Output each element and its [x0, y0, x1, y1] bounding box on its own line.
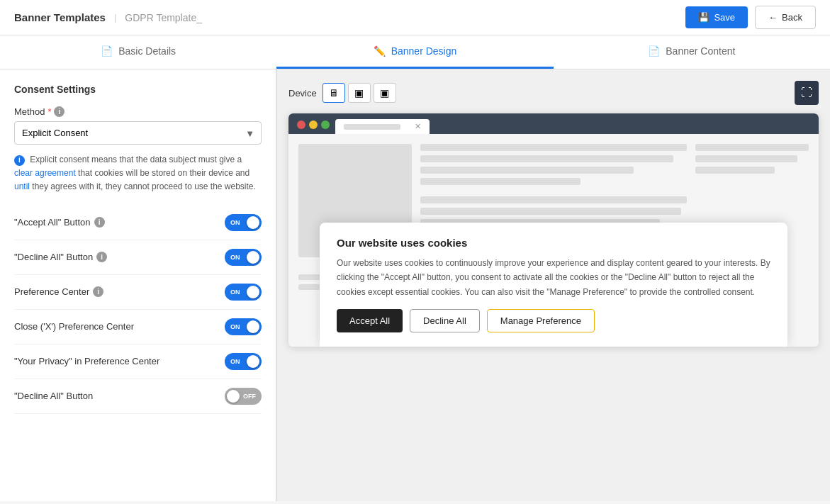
method-select[interactable]: Explicit Consent Implied Consent No Cons… — [14, 121, 262, 145]
toggle-decline-all-top[interactable]: ON — [225, 249, 262, 266]
toggle-label-close-x: Close ('X') Preference Center — [14, 321, 134, 332]
toggle-label-your-privacy: "Your Privacy" in Preference Center — [14, 356, 159, 366]
info-blue-icon: i — [14, 155, 25, 166]
fullscreen-button[interactable]: ⛶ — [795, 81, 819, 105]
tab-banner-design[interactable]: ✏️ Banner Design — [276, 35, 553, 69]
device-tablet-btn[interactable]: ▣ — [348, 83, 371, 103]
decline-all-top-info-icon[interactable]: i — [96, 252, 107, 262]
skel-line-4 — [420, 178, 581, 185]
save-button[interactable]: 💾 Save — [685, 6, 748, 28]
app-title: Banner Templates — [14, 11, 106, 23]
fullscreen-icon: ⛶ — [801, 86, 812, 99]
toggle-label-decline-all-top: "Decline All" Button i — [14, 252, 107, 262]
manage-preference-button[interactable]: Manage Preference — [487, 309, 595, 332]
cookie-banner-title: Our website uses cookies — [337, 237, 770, 249]
toggle-preference-center[interactable]: ON — [225, 284, 262, 301]
device-icons: 🖥 ▣ ▣ — [323, 83, 396, 103]
toggle-accept-all[interactable]: ON — [225, 214, 262, 231]
browser-tab: ✕ — [335, 119, 430, 134]
toggle-label-preference-center: Preference Center i — [14, 286, 103, 297]
method-info-icon[interactable]: i — [54, 106, 65, 117]
toggle-row-your-privacy: "Your Privacy" in Preference Center ON — [14, 345, 262, 379]
browser-dots — [297, 121, 330, 129]
banner-design-icon: ✏️ — [374, 45, 386, 57]
cookie-banner: Our website uses cookies Our website use… — [320, 223, 787, 347]
toggle-label-accept-all: "Accept All" Button i — [14, 217, 105, 228]
back-button[interactable]: ← Back — [755, 6, 816, 29]
device-label: Device — [288, 88, 317, 99]
tab-banner-content[interactable]: 📄 Banner Content — [554, 35, 830, 69]
banner-content-icon: 📄 — [648, 45, 660, 57]
method-label: Method * i — [14, 106, 262, 117]
save-icon: 💾 — [698, 12, 710, 23]
tab-title-skel — [344, 124, 400, 130]
toggle-decline-all-bottom[interactable]: OFF — [225, 388, 262, 405]
left-panel: Consent Settings Method * i Explicit Con… — [0, 69, 276, 501]
decline-all-button[interactable]: Decline All — [410, 309, 480, 332]
skel-line-2 — [420, 155, 673, 162]
browser-mockup: ✕ — [288, 113, 819, 347]
toggle-your-privacy[interactable]: ON — [225, 353, 262, 370]
dot-red — [297, 121, 305, 129]
browser-chrome: ✕ — [288, 113, 819, 134]
dot-green — [321, 121, 330, 129]
required-marker: * — [47, 106, 51, 117]
device-bar: Device 🖥 ▣ ▣ ⛶ — [288, 81, 819, 105]
dot-yellow — [309, 121, 318, 129]
consent-info-box: i Explicit consent means that the data s… — [14, 153, 262, 194]
basic-details-icon: 📄 — [101, 45, 113, 57]
accept-all-button[interactable]: Accept All — [337, 309, 403, 332]
template-name: GDPR Template_ — [125, 12, 202, 23]
toggle-label-decline-all-bottom: "Decline All" Button — [14, 391, 93, 401]
cookie-banner-body: Our website uses cookies to continuously… — [337, 256, 770, 299]
toggle-row-decline-all-top: "Decline All" Button i ON — [14, 240, 262, 275]
tab-basic-details[interactable]: 📄 Basic Details — [0, 35, 276, 69]
header: Banner Templates | GDPR Template_ 💾 Save… — [0, 0, 830, 35]
toggle-row-preference-center: Preference Center i ON — [14, 275, 262, 310]
header-left: Banner Templates | GDPR Template_ — [14, 11, 202, 23]
main-content: Consent Settings Method * i Explicit Con… — [0, 69, 830, 501]
cookie-banner-buttons: Accept All Decline All Manage Preference — [337, 309, 770, 332]
back-icon: ← — [768, 12, 778, 23]
tab-close-icon[interactable]: ✕ — [415, 122, 421, 131]
toggle-row-close-x: Close ('X') Preference Center ON — [14, 310, 262, 345]
accept-all-info-icon[interactable]: i — [94, 217, 105, 228]
consent-settings-title: Consent Settings — [14, 84, 262, 95]
toggle-close-x[interactable]: ON — [225, 318, 262, 335]
method-field: Method * i Explicit Consent Implied Cons… — [14, 106, 262, 145]
tab-bar: 📄 Basic Details ✏️ Banner Design 📄 Banne… — [0, 35, 830, 69]
browser-content: Our website uses cookies Our website use… — [288, 134, 819, 347]
skel-line-5 — [420, 196, 687, 203]
skel-line-3 — [420, 167, 634, 174]
preference-center-info-icon[interactable]: i — [93, 286, 103, 297]
toggle-row-accept-all: "Accept All" Button i ON — [14, 206, 262, 240]
right-panel: Device 🖥 ▣ ▣ ⛶ — [277, 69, 830, 501]
toggle-row-decline-all-bottom: "Decline All" Button OFF — [14, 379, 262, 414]
device-mobile-btn[interactable]: ▣ — [374, 83, 396, 103]
consent-info-text: Explicit consent means that the data sub… — [14, 155, 256, 191]
skel-line-6 — [420, 208, 681, 215]
header-right: 💾 Save ← Back — [685, 6, 816, 29]
skel-line-1 — [420, 144, 687, 151]
method-select-wrapper: Explicit Consent Implied Consent No Cons… — [14, 121, 262, 145]
device-desktop-btn[interactable]: 🖥 — [323, 83, 345, 103]
